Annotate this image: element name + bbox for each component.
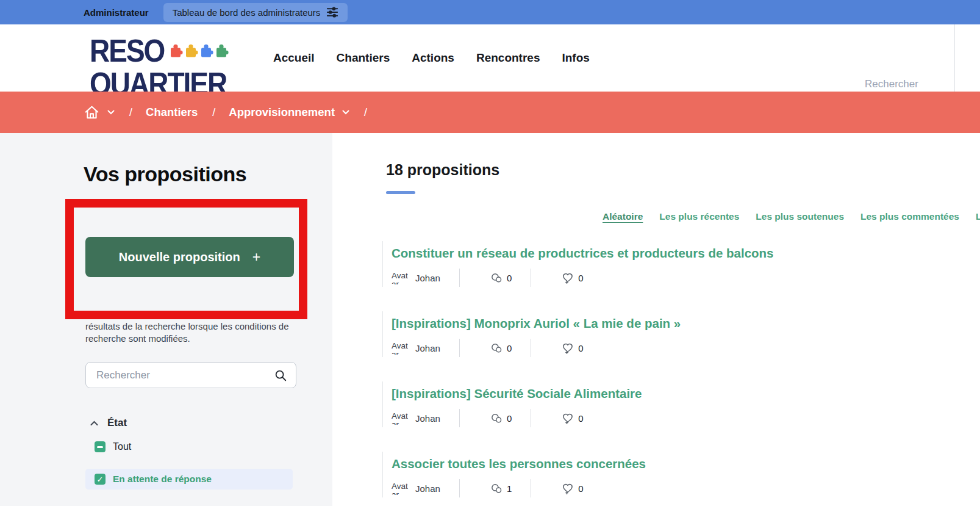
breadcrumb-separator: / <box>364 106 367 119</box>
divider <box>459 339 460 357</box>
checkbox-checked-icon[interactable] <box>95 474 106 485</box>
main-content: 18 propositions Aléatoire Les plus récen… <box>332 133 980 506</box>
endorsements-icon <box>562 412 574 424</box>
sort-plus-suivies[interactable]: Les plus suivies <box>976 211 980 222</box>
endorsements-count: 0 <box>578 343 583 353</box>
sort-plus-soutenues[interactable]: Les plus soutenues <box>756 211 844 222</box>
puzzle-icon <box>168 41 183 62</box>
endorsements-icon <box>562 342 574 354</box>
breadcrumb-home-link[interactable] <box>84 104 100 120</box>
proposal-item: [Inspirations] Sécurité Sociale Alimenta… <box>382 381 968 427</box>
proposal-title-link[interactable]: Constituer un réseau de productrices et … <box>392 246 774 261</box>
checkbox-indeterminate-icon[interactable] <box>95 441 106 452</box>
comments-count: 0 <box>507 343 512 353</box>
filter-option-label: En attente de réponse <box>113 474 212 485</box>
comments-count: 0 <box>507 413 512 424</box>
heading-underline <box>386 191 415 194</box>
chevron-down-icon[interactable] <box>107 110 115 115</box>
nav-link-accueil[interactable]: Accueil <box>273 51 315 65</box>
nav-link-chantiers[interactable]: Chantiers <box>337 51 390 65</box>
divider <box>459 269 460 287</box>
proposal-meta: Avatar Johan 0 0 <box>392 409 968 427</box>
new-proposal-label: Nouvelle proposition <box>119 250 240 264</box>
filter-option-tout[interactable]: Tout <box>95 441 131 452</box>
comments-icon <box>490 483 503 494</box>
filter-option-en-attente[interactable]: En attente de réponse <box>85 469 293 490</box>
breadcrumb-separator: / <box>212 106 215 119</box>
divider <box>531 339 531 357</box>
logo-text-line2: QUARTIER <box>90 68 229 92</box>
divider <box>459 479 460 497</box>
header-search[interactable]: Rechercher <box>865 78 918 90</box>
admin-bar: Administrateur Tableau de bord des admin… <box>0 0 980 24</box>
sidebar-search <box>85 362 296 388</box>
filter-section-etat: État <box>90 417 127 429</box>
logo-puzzle-pieces <box>168 41 229 62</box>
logo-text-line1: RESO <box>90 35 164 66</box>
comments-icon <box>490 413 503 424</box>
nav-link-actions[interactable]: Actions <box>412 51 454 65</box>
page: Administrateur Tableau de bord des admin… <box>0 0 980 506</box>
nav-link-infos[interactable]: Infos <box>562 51 589 65</box>
home-icon <box>84 104 100 120</box>
author-name: Johan <box>415 413 440 424</box>
breadcrumb-separator: / <box>129 106 132 119</box>
admin-dashboard-button[interactable]: Tableau de bord des administrateurs <box>163 3 348 22</box>
divider <box>531 479 531 497</box>
comments-count: 1 <box>507 483 512 494</box>
nav-link-rencontres[interactable]: Rencontres <box>476 51 540 65</box>
endorsements-icon <box>562 272 574 284</box>
main-nav: Accueil Chantiers Actions Rencontres Inf… <box>273 24 590 92</box>
comments-icon <box>490 273 503 283</box>
site-header: RESO QUARTIER Accueil Chantiers Actions … <box>0 24 980 92</box>
endorsements-count: 0 <box>578 483 583 494</box>
proposal-meta: Avatar Johan 0 0 <box>392 339 968 357</box>
avatar: Avatar <box>392 342 410 355</box>
comments-icon <box>490 343 503 353</box>
endorsements-count: 0 <box>578 413 583 424</box>
proposal-item: Associer toutes les personnes concernées… <box>382 452 968 497</box>
endorsements-icon <box>562 482 574 494</box>
proposal-item: Constituer un réseau de productrices et … <box>382 241 968 287</box>
comments-count: 0 <box>507 273 512 283</box>
new-proposal-button[interactable]: Nouvelle proposition + <box>85 237 294 277</box>
sort-aleatoire[interactable]: Aléatoire <box>603 211 643 222</box>
breadcrumb: / Chantiers / Approvisionnement / <box>0 92 980 133</box>
filter-title: État <box>107 417 127 429</box>
author-name: Johan <box>415 483 440 494</box>
chevron-down-icon[interactable] <box>342 110 349 115</box>
avatar: Avatar <box>392 482 410 495</box>
sidebar-title: Vos propositions <box>84 162 246 186</box>
proposal-list: Constituer un réseau de productrices et … <box>382 241 968 506</box>
proposal-title-link[interactable]: Associer toutes les personnes concernées <box>392 457 646 471</box>
proposal-item: [Inspirations] Monoprix Auriol « La mie … <box>382 311 968 357</box>
proposal-title-link[interactable]: [Inspirations] Sécurité Sociale Alimenta… <box>392 386 642 401</box>
author-name: Johan <box>415 273 440 283</box>
admin-role-label: Administrateur <box>84 7 149 18</box>
admin-dashboard-label: Tableau de bord des administrateurs <box>173 7 321 18</box>
puzzle-icon <box>199 41 213 62</box>
avatar: Avatar <box>392 412 410 425</box>
proposal-title-link[interactable]: [Inspirations] Monoprix Auriol « La mie … <box>392 316 681 331</box>
proposal-meta: Avatar Johan 0 0 <box>392 269 968 287</box>
sidebar: Vos propositions Nouvelle proposition + … <box>0 133 332 506</box>
sidebar-search-input[interactable] <box>86 369 274 381</box>
filter-option-label: Tout <box>113 441 131 452</box>
chevron-up-icon[interactable] <box>90 421 98 426</box>
plus-icon: + <box>252 249 260 266</box>
author-name: Johan <box>415 343 440 353</box>
sort-options: Aléatoire Les plus récentes Les plus sou… <box>603 211 980 222</box>
endorsements-count: 0 <box>578 273 583 283</box>
puzzle-icon <box>184 41 198 62</box>
divider <box>459 409 460 427</box>
sort-plus-commentees[interactable]: Les plus commentées <box>860 211 959 222</box>
divider <box>531 409 531 427</box>
sliders-icon <box>326 7 338 18</box>
search-icon[interactable] <box>274 369 287 382</box>
sort-plus-recentes[interactable]: Les plus récentes <box>659 211 739 222</box>
puzzle-icon <box>214 41 229 62</box>
breadcrumb-chantiers[interactable]: Chantiers <box>146 106 198 119</box>
site-logo[interactable]: RESO QUARTIER <box>90 35 229 92</box>
breadcrumb-approvisionnement[interactable]: Approvisionnement <box>229 106 335 119</box>
results-count-heading: 18 propositions <box>386 161 499 179</box>
